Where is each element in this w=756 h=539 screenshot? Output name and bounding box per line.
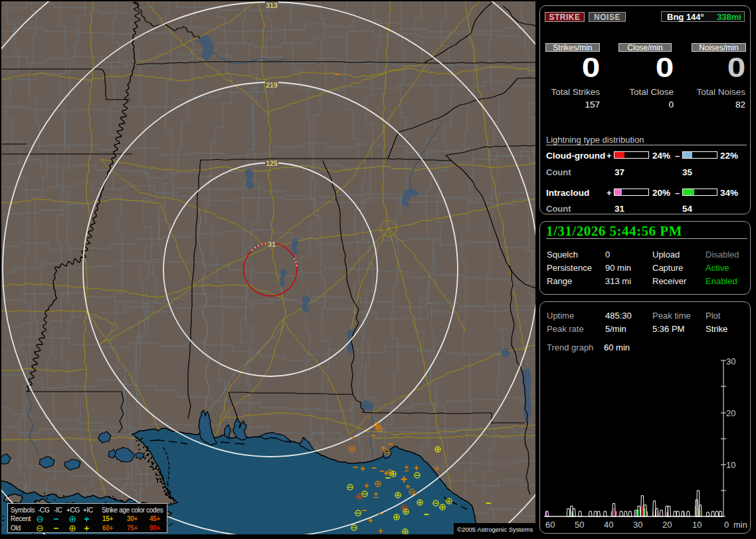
svg-text:313: 313: [266, 1, 278, 9]
svg-text:125: 125: [266, 159, 278, 167]
svg-text:31: 31: [268, 240, 276, 248]
svg-text:219: 219: [266, 81, 278, 89]
